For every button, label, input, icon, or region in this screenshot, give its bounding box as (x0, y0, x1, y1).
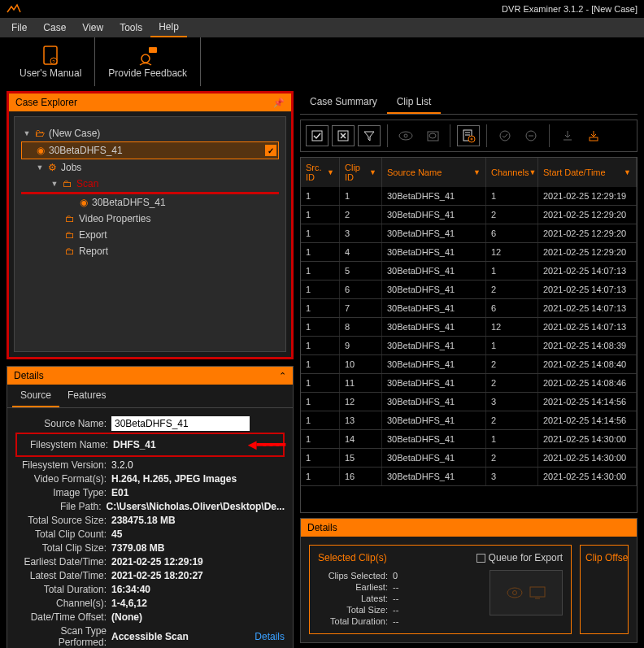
cell-channels: 2 (486, 355, 538, 373)
tab-clip-list[interactable]: Clip List (387, 91, 442, 114)
table-row[interactable]: 1830BetaDHFS_41122021-02-25 14:07:13 (301, 318, 637, 337)
cell-clip-id: 14 (340, 430, 382, 448)
menu-case[interactable]: Case (35, 19, 74, 37)
cell-src-id: 1 (301, 187, 340, 205)
menu-bar: File Case View Tools Help (0, 18, 644, 37)
cell-clip-id: 8 (340, 318, 382, 336)
menu-help[interactable]: Help (150, 18, 187, 37)
clip-details-header: Details (301, 519, 637, 537)
cell-source-name: 30BetaDHFS_41 (382, 281, 486, 298)
cell-clip-id: 12 (340, 393, 382, 411)
checkbox-checked-icon[interactable]: ✓ (265, 145, 276, 156)
table-row[interactable]: 1230BetaDHFS_4122021-02-25 12:29:20 (301, 206, 637, 224)
folder-icon: 🗀 (65, 246, 75, 257)
table-row[interactable]: 1330BetaDHFS_4162021-02-25 12:29:20 (301, 224, 637, 243)
tree-twisty-icon[interactable]: ▼ (36, 163, 44, 172)
tree-source-label: 30BetaDHFS_41 (49, 145, 123, 156)
cell-channels: 6 (486, 224, 538, 242)
menu-file[interactable]: File (3, 19, 35, 37)
col-source-name[interactable]: Source Name▼ (382, 158, 486, 187)
col-clip-id[interactable]: Clip ID▼ (340, 158, 382, 187)
preview-button[interactable] (394, 125, 417, 146)
collapse-icon[interactable]: ⌃ (279, 371, 286, 381)
provide-feedback-button[interactable]: Provide Feedback (95, 37, 200, 86)
label-sc-latest: Latest: (318, 594, 393, 603)
cell-channels: 6 (486, 299, 538, 317)
tree-row-scan-source[interactable]: ◉ 30BetaDHFS_41 (21, 194, 279, 211)
tree-row-source[interactable]: ◉ 30BetaDHFS_41 ✓ (21, 141, 279, 159)
value-scan-type: Accessible Scan (111, 631, 238, 642)
table-row[interactable]: 11130BetaDHFS_4122021-02-25 14:08:46 (301, 374, 637, 393)
col-channels[interactable]: Channels▼ (486, 158, 538, 187)
download-button[interactable] (556, 125, 579, 146)
cell-start-dt: 2021-02-25 14:14:56 (538, 411, 637, 429)
menu-tools[interactable]: Tools (111, 19, 150, 37)
table-row[interactable]: 1730BetaDHFS_4162021-02-25 14:07:13 (301, 299, 637, 318)
table-row[interactable]: 1630BetaDHFS_4122021-02-25 14:07:13 (301, 281, 637, 299)
table-row[interactable]: 11030BetaDHFS_4122021-02-25 14:08:40 (301, 355, 637, 374)
label-total-duration: Total Duration: (15, 584, 111, 595)
table-row[interactable]: 11630BetaDHFS_4132021-02-25 14:30:00 (301, 468, 637, 486)
tree-twisty-icon[interactable]: ▼ (50, 180, 59, 188)
tree-row-export[interactable]: 🗀 Export (21, 227, 279, 243)
tree-row-report[interactable]: 🗀 Report (21, 243, 279, 259)
queue-for-export-checkbox[interactable]: Queue for Export (476, 552, 563, 563)
value-file-path: C:\Users\Nicholas.Oliver\Desktop\De... (107, 501, 285, 512)
tree-row-scan[interactable]: ▼ 🗀 Scan (21, 176, 279, 194)
download-arrow-button[interactable] (582, 125, 605, 146)
filter-button[interactable] (358, 125, 381, 146)
menu-view[interactable]: View (74, 19, 111, 37)
cell-channels: 2 (486, 449, 538, 467)
col-start-dt[interactable]: Start Date/Time▼ (538, 158, 637, 187)
svg-rect-5 (312, 131, 322, 141)
label-total-clip-count: Total Clip Count: (15, 528, 111, 540)
tree-row-jobs[interactable]: ▼ ⚙ Jobs (21, 159, 279, 176)
gear-icon: ⚙ (48, 162, 57, 173)
table-row[interactable]: 11230BetaDHFS_4132021-02-25 14:14:56 (301, 393, 637, 411)
clip-details-panel: Details Selected Clip(s) Queue for Expor… (300, 518, 637, 643)
table-row[interactable]: 1130BetaDHFS_4112021-02-25 12:29:19 (301, 187, 637, 206)
table-row[interactable]: 1530BetaDHFS_4112021-02-25 14:07:13 (301, 262, 637, 281)
table-row[interactable]: 1430BetaDHFS_41122021-02-25 12:29:20 (301, 243, 637, 262)
clip-table-body[interactable]: 1130BetaDHFS_4112021-02-25 12:29:191230B… (301, 187, 637, 512)
tree-row-root[interactable]: ▼ 🗁 (New Case) (21, 125, 279, 141)
cell-clip-id: 2 (340, 206, 382, 224)
col-src-id[interactable]: Src. ID▼ (301, 158, 340, 187)
cell-src-id: 1 (301, 468, 340, 485)
approve-button[interactable] (494, 125, 516, 146)
cell-source-name: 30BetaDHFS_41 (382, 299, 486, 317)
cell-clip-id: 15 (340, 449, 382, 467)
tab-source[interactable]: Source (12, 385, 59, 407)
tab-case-summary[interactable]: Case Summary (300, 91, 387, 114)
users-manual-label: User's Manual (20, 67, 81, 79)
cell-start-dt: 2021-02-25 14:14:56 (538, 393, 637, 411)
source-icon: ◉ (37, 145, 45, 156)
cell-start-dt: 2021-02-25 12:29:20 (538, 243, 637, 261)
deselect-all-button[interactable] (332, 125, 355, 146)
pin-icon[interactable]: 📌 (273, 98, 285, 108)
remove-button[interactable] (520, 125, 542, 146)
table-row[interactable]: 11330BetaDHFS_4122021-02-25 14:14:56 (301, 411, 637, 430)
filter-icon: ▼ (327, 168, 334, 176)
export-config-button[interactable] (457, 125, 480, 146)
selected-clips-title: Selected Clip(s) (318, 552, 387, 563)
table-row[interactable]: 11430BetaDHFS_4112021-02-25 14:30:00 (301, 430, 637, 449)
cell-src-id: 1 (301, 243, 340, 261)
users-manual-button[interactable]: ? User's Manual (7, 37, 94, 86)
tab-features[interactable]: Features (59, 385, 114, 407)
source-name-input[interactable] (111, 416, 250, 431)
preview-multi-button[interactable] (420, 125, 443, 146)
cell-source-name: 30BetaDHFS_41 (382, 449, 486, 467)
tree-row-video-properties[interactable]: 🗀 Video Properties (21, 211, 279, 227)
folder-open-icon: 🗁 (35, 128, 45, 139)
tree-twisty-icon[interactable]: ▼ (23, 129, 31, 137)
scan-type-details-link[interactable]: Details (255, 631, 285, 642)
select-all-button[interactable] (306, 125, 329, 146)
table-row[interactable]: 1930BetaDHFS_4112021-02-25 14:08:39 (301, 337, 637, 355)
table-row[interactable]: 11530BetaDHFS_4122021-02-25 14:30:00 (301, 449, 637, 468)
cell-src-id: 1 (301, 393, 340, 411)
cell-channels: 1 (486, 262, 538, 280)
cell-source-name: 30BetaDHFS_41 (382, 411, 486, 429)
svg-rect-18 (590, 137, 598, 141)
cell-clip-id: 1 (340, 187, 382, 205)
